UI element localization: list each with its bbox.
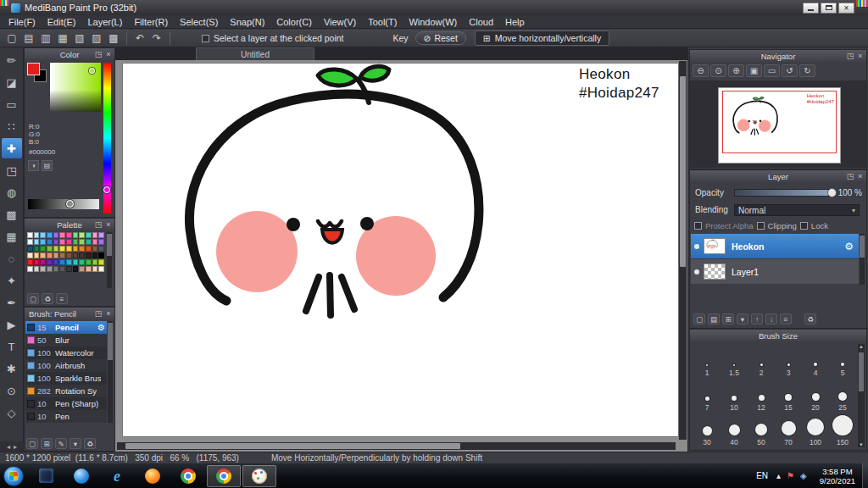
reset-button[interactable]: ⊘Reset	[415, 31, 466, 45]
menu-item-filter[interactable]: Filter(R)	[128, 15, 174, 29]
add-folder-icon[interactable]: ▤	[708, 313, 720, 324]
vscroll-thumb[interactable]	[680, 76, 686, 267]
hand-tool[interactable]: ◇	[2, 402, 22, 423]
palette-swatch[interactable]	[73, 239, 79, 245]
menu-item-help[interactable]: Help	[499, 15, 531, 29]
menu-item-edit[interactable]: Edit(E)	[42, 15, 82, 29]
rotate-right-icon[interactable]: ↻	[799, 64, 815, 77]
palette-swatch[interactable]	[98, 239, 104, 245]
actual-size-icon[interactable]: ▭	[764, 64, 780, 77]
palette-swatch[interactable]	[40, 252, 46, 258]
palette-swatch[interactable]	[66, 252, 72, 258]
menu-item-color[interactable]: Color(C)	[270, 15, 318, 29]
move-layer-up-icon[interactable]: ↑	[751, 313, 763, 324]
hscroll-thumb[interactable]	[125, 443, 460, 449]
undo-icon[interactable]: ↶	[131, 31, 148, 46]
opacity-slider[interactable]	[734, 189, 834, 197]
palette-swatch[interactable]	[73, 252, 79, 258]
brush-size-option[interactable]: 15	[775, 379, 802, 413]
palette-swatch[interactable]	[40, 259, 46, 265]
new-canvas-icon[interactable]: ▢	[3, 31, 20, 46]
palette-swatch[interactable]	[47, 239, 53, 245]
layer-settings-icon[interactable]: ⚙	[844, 241, 854, 252]
zoom-out-icon[interactable]: ⊖	[693, 64, 709, 77]
export-icon[interactable]: ▦	[54, 31, 71, 46]
palette-swatch[interactable]	[73, 232, 79, 238]
navigator-thumbnail[interactable]: Heokon #Hoidap247	[718, 87, 841, 164]
brush-size-option[interactable]: 100	[802, 413, 829, 448]
palette-swatch[interactable]	[92, 252, 98, 258]
palette-swatch[interactable]	[86, 266, 92, 272]
rect-select-tool[interactable]: ▭	[2, 94, 22, 114]
saturation-value-picker[interactable]	[50, 63, 101, 112]
palette-swatch[interactable]	[98, 252, 104, 258]
brush-size-option[interactable]: 40	[721, 413, 748, 448]
brush-size-option[interactable]: 1.5	[721, 344, 748, 379]
layer-item-heokon[interactable]: Heokon⚙	[691, 234, 859, 259]
menu-item-view[interactable]: View(V)	[318, 15, 362, 29]
palette-swatch[interactable]	[98, 232, 104, 238]
material-panel-icon[interactable]: ▩	[105, 31, 122, 46]
palette-swatch[interactable]	[73, 246, 79, 252]
palette-swatch[interactable]	[27, 252, 33, 258]
close-icon[interactable]: ×	[856, 171, 865, 181]
blending-dropdown[interactable]: Normal ▾	[734, 204, 860, 216]
palette-swatch[interactable]	[92, 232, 98, 238]
palette-swatch[interactable]	[86, 252, 92, 258]
palette-swatch[interactable]	[92, 266, 98, 272]
hue-cursor[interactable]	[103, 186, 110, 193]
brush-size-option[interactable]: 3	[775, 344, 802, 379]
taskbar-app-internet-explorer[interactable]: e	[100, 465, 134, 487]
palette-swatch[interactable]	[66, 232, 72, 238]
lock-checkbox[interactable]	[800, 222, 808, 230]
brush-size-option[interactable]: 20	[802, 379, 829, 413]
taskbar-clock[interactable]: 3:58 PM 9/20/2021	[820, 467, 855, 485]
palette-swatch[interactable]	[66, 239, 72, 245]
layer-visibility-dot[interactable]	[694, 244, 699, 249]
tool-scroll-left-icon[interactable]: ◂	[7, 443, 10, 451]
popout-icon[interactable]: ◳	[94, 219, 103, 230]
maximize-button[interactable]	[821, 3, 837, 14]
layer-scrollbar[interactable]	[860, 234, 865, 285]
layer-visibility-dot[interactable]	[694, 269, 699, 274]
palette-swatch[interactable]	[40, 246, 46, 252]
palette-swatch[interactable]	[59, 239, 65, 245]
brush-size-option[interactable]: 7	[693, 379, 721, 413]
menu-item-layer[interactable]: Layer(L)	[81, 15, 128, 29]
palette-swatch[interactable]	[59, 252, 65, 258]
palette-swatch[interactable]	[47, 252, 53, 258]
brush-menu-icon[interactable]: ▾	[70, 438, 81, 449]
brush-scroll-thumb[interactable]	[108, 323, 113, 360]
fit-window-icon[interactable]: ▣	[746, 64, 762, 77]
palette-swatch[interactable]	[86, 259, 92, 265]
brush-size-scrollbar[interactable]: ▲ ▼	[858, 344, 865, 447]
menu-item-select[interactable]: Select(S)	[174, 15, 224, 29]
color-wheel-mode-icon[interactable]: ◑	[28, 160, 39, 171]
palette-swatch[interactable]	[34, 239, 40, 245]
tray-expand-icon[interactable]: ▴	[776, 471, 781, 480]
palette-swatch[interactable]	[47, 259, 53, 265]
opacity-knob[interactable]	[827, 188, 837, 197]
layer-item-layer1[interactable]: Layer1	[691, 259, 859, 285]
brush-size-option[interactable]: 2	[748, 344, 775, 379]
brush-item-blur[interactable]: 50Blur	[25, 334, 107, 347]
palette-swatch[interactable]	[79, 259, 85, 265]
delete-brush-icon[interactable]: ♻	[84, 438, 96, 449]
brush-scrollbar[interactable]	[108, 321, 113, 423]
transform-tool[interactable]: ◳	[2, 160, 22, 180]
draw-tool[interactable]: ✒	[2, 292, 22, 313]
palette-swatch[interactable]	[34, 259, 40, 265]
show-desktop-button[interactable]	[862, 463, 868, 488]
palette-swatch[interactable]	[98, 259, 104, 265]
palette-swatch[interactable]	[34, 232, 40, 238]
palette-swatch[interactable]	[98, 266, 104, 272]
close-icon[interactable]: ×	[856, 51, 865, 61]
palette-swatch[interactable]	[53, 232, 59, 238]
taskbar-app-media[interactable]	[29, 465, 63, 487]
palette-scrollbar[interactable]	[107, 232, 112, 288]
palette-swatch[interactable]	[53, 252, 59, 258]
sv-cursor[interactable]	[89, 68, 95, 74]
guide-toggle-icon[interactable]: ▨	[88, 31, 105, 46]
menu-item-snap[interactable]: Snap(N)	[224, 15, 270, 29]
open-file-icon[interactable]: ▤	[20, 31, 37, 46]
